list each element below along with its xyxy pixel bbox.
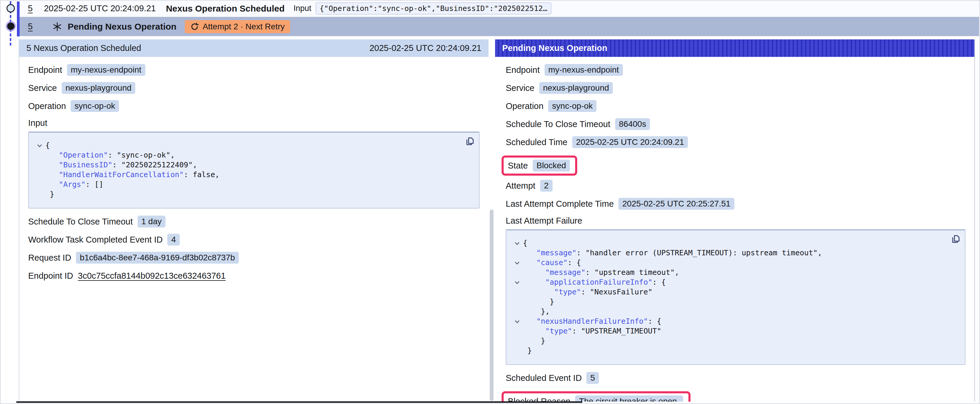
timeline-active-bar xyxy=(17,2,19,36)
code-line: "type": "UPSTREAM_TIMEOUT" xyxy=(511,326,959,336)
field-attempt: Attempt 2 xyxy=(506,180,966,192)
copy-icon[interactable] xyxy=(465,136,475,146)
event-node-circle-icon xyxy=(6,4,15,13)
retry-attempt-badge[interactable]: Attempt 2 · Next Retry xyxy=(185,20,290,33)
copy-icon[interactable] xyxy=(951,234,961,244)
event-row-scheduled[interactable]: 5 2025-02-25 UTC 20:24:09.21 Nexus Opera… xyxy=(19,1,979,16)
code-line: "Args": [] xyxy=(33,179,473,189)
retry-icon xyxy=(190,22,199,31)
code-line: { xyxy=(33,140,473,150)
failure-json-block: {"message": "handler error (UPSTREAM_TIM… xyxy=(506,229,966,365)
code-line: "applicationFailureInfo": { xyxy=(511,277,959,287)
event-time: 2025-02-25 UTC 20:24:09.21 xyxy=(44,3,156,13)
event-input-label: Input xyxy=(294,4,312,13)
pending-operation-pane: Pending Nexus Operation Endpoint my-nexu… xyxy=(495,40,975,402)
field-endpoint-id: Endpoint ID 3c0c75ccfa8144b092c13ce63246… xyxy=(28,270,480,282)
input-section-label: Input xyxy=(28,118,480,128)
event-input-preview[interactable]: {"Operation":"sync-op-ok","BusinessID":"… xyxy=(316,2,552,14)
event-row-pending[interactable]: 5 Pending Nexus Operation Attempt 2 · Ne… xyxy=(19,17,979,36)
service-value-badge: nexus-playground xyxy=(62,82,135,94)
code-line: "Operation": "sync-op-ok", xyxy=(33,150,473,160)
code-line: "cause": { xyxy=(511,258,959,268)
field-request-id: Request ID b1c6a4bc-8ee7-468a-9169-df3b0… xyxy=(28,252,480,264)
blocked-reason-annotation-box: Blocked Reason The circuit breaker is op… xyxy=(501,391,690,402)
state-annotation-box: State Blocked xyxy=(501,155,577,176)
retry-badge-label: Attempt 2 · Next Retry xyxy=(203,22,285,32)
field-scheduled-event-id: Scheduled Event ID 5 xyxy=(506,372,966,384)
pending-pane-header: Pending Nexus Operation xyxy=(495,40,974,57)
field-scheduled-time: Scheduled Time 2025-02-25 UTC 20:24:09.2… xyxy=(506,136,966,148)
event-node-filled-icon xyxy=(7,22,14,30)
field-service: Service nexus-playground xyxy=(506,82,966,94)
event-title: Nexus Operation Scheduled xyxy=(166,3,285,14)
pending-asterisk-icon xyxy=(52,22,62,32)
field-operation: Operation sync-op-ok xyxy=(28,100,480,112)
scheduled-event-detail-pane: 5 Nexus Operation Scheduled 2025-02-25 U… xyxy=(19,40,488,402)
scheduled-pane-time: 2025-02-25 UTC 20:24:09.21 xyxy=(369,43,481,53)
field-schedule-to-close-timeout: Schedule To Close Timeout 86400s xyxy=(506,118,966,130)
last-attempt-failure-label: Last Attempt Failure xyxy=(506,216,966,226)
pending-event-id-link[interactable]: 5 xyxy=(28,22,33,32)
scheduled-pane-header: 5 Nexus Operation Scheduled 2025-02-25 U… xyxy=(19,40,488,57)
left-pane-scrollbar[interactable] xyxy=(489,40,494,402)
collapse-chevron-icon[interactable] xyxy=(515,319,519,323)
field-operation: Operation sync-op-ok xyxy=(506,100,966,112)
endpoint-value-badge: my-nexus-endpoint xyxy=(67,64,145,76)
scheduled-pane-title: 5 Nexus Operation Scheduled xyxy=(26,43,141,53)
code-line: } xyxy=(511,297,959,307)
pending-event-title: Pending Nexus Operation xyxy=(68,22,177,32)
field-state: State Blocked xyxy=(508,160,570,171)
field-endpoint: Endpoint my-nexus-endpoint xyxy=(28,64,480,76)
event-timeline-gutter xyxy=(0,0,19,50)
field-service: Service nexus-playground xyxy=(28,82,480,94)
field-last-attempt-complete-time: Last Attempt Complete Time 2025-02-25 UT… xyxy=(506,198,966,210)
state-value-badge: Blocked xyxy=(533,160,570,171)
code-line: "nexusHandlerFailureInfo": { xyxy=(511,316,959,326)
endpoint-id-link[interactable]: 3c0c75ccfa8144b092c13ce632463761 xyxy=(78,271,226,281)
field-wft-completed-id: Workflow Task Completed Event ID 4 xyxy=(28,234,480,246)
field-schedule-to-close: Schedule To Close Timeout 1 day xyxy=(28,215,480,228)
pending-pane-title: Pending Nexus Operation xyxy=(502,43,608,53)
code-line: "message": "upstream timeout", xyxy=(511,268,959,277)
collapse-chevron-icon[interactable] xyxy=(515,241,519,245)
field-blocked-reason: Blocked Reason The circuit breaker is op… xyxy=(508,395,683,402)
operation-value-badge: sync-op-ok xyxy=(71,100,119,112)
event-id-link[interactable]: 5 xyxy=(28,3,33,13)
code-line: } xyxy=(511,336,959,345)
code-line: "HandlerWaitForCancellation": false, xyxy=(33,170,473,179)
detail-drawer-bottom-edge xyxy=(16,401,582,403)
input-json-block: {"Operation": "sync-op-ok","BusinessID":… xyxy=(28,131,480,209)
code-line: { xyxy=(511,238,959,248)
code-line: } xyxy=(33,189,473,199)
code-line: "type": "NexusFailure" xyxy=(511,287,959,297)
code-line: } xyxy=(511,345,959,355)
field-endpoint: Endpoint my-nexus-endpoint xyxy=(506,64,966,76)
collapse-chevron-icon[interactable] xyxy=(515,260,519,265)
scrollbar-thumb[interactable] xyxy=(490,209,493,401)
code-line: "message": "handler error (UPSTREAM_TIME… xyxy=(511,248,959,258)
blocked-reason-badge: The circuit breaker is open. xyxy=(575,395,683,402)
code-line: "BusinessID": "20250225122409", xyxy=(33,160,473,170)
code-line: }, xyxy=(511,307,959,316)
collapse-chevron-icon[interactable] xyxy=(37,143,42,147)
collapse-chevron-icon[interactable] xyxy=(515,280,519,284)
